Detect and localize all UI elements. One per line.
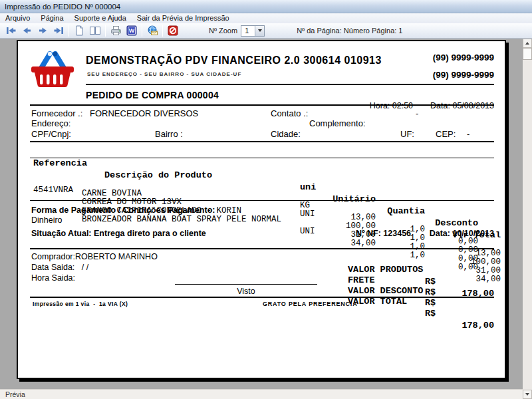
zoom-label: Nº Zoom: [209, 27, 237, 35]
status-text: Prévia: [5, 390, 25, 398]
cell-quantia: 1,0: [410, 242, 425, 251]
next-page-button[interactable]: [35, 24, 51, 37]
status-bar: Prévia: [0, 389, 523, 399]
last-page-button[interactable]: [51, 24, 66, 37]
previous-page-icon: [21, 26, 33, 35]
close-preview-button[interactable]: [165, 24, 181, 37]
toolbar: W Nº Zoom 1 Nº da Página: Número Página:…: [0, 23, 532, 39]
divider: [86, 84, 494, 85]
arrow-up-icon: [525, 42, 529, 45]
divider: [30, 200, 494, 201]
divider: [30, 104, 494, 106]
window-title: Impressão do PEDIDO Nº 000004: [5, 3, 120, 11]
two-pages-view-button[interactable]: [87, 24, 103, 37]
export-word-button[interactable]: W: [124, 24, 140, 37]
app-window: { "window": { "title": "Impressão do PED…: [0, 0, 532, 399]
col-desconto: Desconto: [435, 218, 478, 228]
divider: [30, 297, 494, 298]
divider: [30, 248, 494, 249]
vertical-scrollbar[interactable]: [523, 39, 532, 399]
toolbar-separator: [68, 25, 69, 37]
single-page-view-button[interactable]: [71, 24, 87, 37]
last-page-icon: [53, 26, 65, 35]
divider: [30, 158, 494, 158]
document-page: DEMONSTRAÇÃO PDV FINANCEIRO 2.0 300614 0…: [17, 40, 506, 379]
order-title: PEDIDO DE COMPRA 000004: [86, 90, 219, 100]
toolbar-separator: [105, 25, 106, 37]
cell-uni: UNI: [300, 227, 315, 236]
bairro-label: Bairro :: [155, 129, 183, 139]
send-email-button[interactable]: [144, 24, 160, 37]
cell-quantia: 1,0: [410, 225, 425, 234]
chevron-down-icon: [258, 29, 262, 32]
single-page-icon: [74, 25, 84, 36]
divider: [30, 141, 494, 142]
zoom-value: 1: [241, 27, 255, 35]
toolbar-separator: [162, 25, 163, 37]
basket-logo-icon: [29, 48, 76, 89]
total-row: VALOR PRODUTOS R$ 178,00: [18, 253, 505, 262]
scrollbar-thumb[interactable]: [523, 48, 532, 60]
visto-label: Visto: [175, 287, 317, 296]
contato-label: Contato .:: [271, 108, 308, 118]
table-row: CARNE BOVINA KG 13,00 1,0 0,00 13,00: [18, 165, 505, 174]
thanks-note: GRATO PELA PREFERENCIA: [263, 301, 357, 307]
endereco-label: Endereço:: [31, 118, 70, 128]
table-header: Referencia Descrição do Produto uni Unit…: [18, 146, 505, 156]
company-phone-1: (99) 9999-9999: [433, 53, 494, 63]
send-email-icon: [146, 25, 158, 36]
cell-uni: UNI: [300, 209, 315, 219]
cep-value: -: [467, 129, 469, 139]
currency-symbol: R$: [425, 298, 436, 308]
menu-arquivo[interactable]: Arquivo: [0, 13, 35, 23]
table-row: FRANGO CAIPIRA CONGELADO - KORIN 31,00 1…: [18, 182, 505, 191]
menu-bar: Arquivo Página Suporte e Ajuda Sair da P…: [0, 13, 532, 23]
company-title: DEMONSTRAÇÃO PDV FINANCEIRO 2.0 300614 0…: [86, 55, 382, 66]
situacao-atual: Situação Atual: Entrega direto para o cl…: [31, 229, 206, 238]
cell-descricao: BRONZEADOR BANANA BOAT SPRAY PELE NORMAL: [82, 215, 281, 224]
order-datetime: Hora: 02:50Data: 05/08/2013: [356, 92, 494, 120]
cell-uni: KG: [300, 201, 310, 210]
nf-date: Data: 10/10/2013: [430, 229, 494, 238]
arrow-down-icon: [525, 393, 529, 396]
print-icon: [110, 25, 122, 36]
cidade-label: Cidade:: [271, 129, 301, 139]
total-row: FRETE R$: [18, 263, 505, 273]
first-page-icon: [5, 26, 17, 35]
contato-value: -: [416, 108, 418, 118]
company-address: SEU ENDEREÇO - SEU BAIRRO - SUA CIDADE-U…: [87, 71, 241, 77]
order-date: Data: 05/08/2013: [430, 101, 494, 110]
zoom-dropdown-button[interactable]: [255, 26, 264, 36]
table-row: 4541VNRA CORREA DO MOTOR 13VX UNI 100,00…: [18, 174, 505, 182]
scroll-up-button[interactable]: [523, 39, 532, 48]
first-page-button[interactable]: [3, 24, 19, 37]
zoom-select[interactable]: 1: [241, 25, 265, 37]
window-titlebar[interactable]: Impressão do PEDIDO Nº 000004: [0, 0, 532, 13]
fornecedor-label: Fornecedor .:: [31, 108, 82, 118]
toolbar-separator: [142, 25, 142, 37]
complemento-label: Complemento:: [309, 118, 366, 128]
print-button[interactable]: [108, 24, 124, 37]
cell-unitario: 34,00: [350, 239, 376, 248]
uf-label: UF:: [400, 129, 414, 139]
close-preview-icon: [168, 25, 178, 36]
payment-value: Dinheiro: [31, 215, 63, 225]
menu-sair-previa[interactable]: Sair da Prévia de Impressão: [132, 13, 235, 23]
total-value: 178,00: [462, 321, 494, 331]
svg-text:W: W: [129, 27, 135, 34]
fornecedor-value: FORNECEDOR DIVERSOS: [90, 108, 198, 118]
preview-workspace: DEMONSTRAÇÃO PDV FINANCEIRO 2.0 300614 0…: [0, 39, 532, 389]
payment-label: Forma de Pagamento / Condições Pagamento…: [31, 205, 215, 215]
scroll-down-button[interactable]: [523, 390, 532, 399]
order-time: Hora: 02:50: [370, 101, 413, 110]
signature-line: [175, 275, 317, 285]
cpf-cnpj-label: CPF/Cnpj:: [31, 129, 71, 139]
previous-page-button[interactable]: [19, 24, 35, 37]
menu-pagina[interactable]: Página: [35, 13, 68, 23]
cep-label: CEP:: [436, 129, 456, 139]
col-quantia: Quantia: [387, 206, 425, 216]
export-word-icon: W: [126, 25, 137, 36]
table-row: BRONZEADOR BANANA BOAT SPRAY PELE NORMAL…: [18, 191, 505, 200]
menu-suporte-ajuda[interactable]: Suporte e Ajuda: [69, 13, 132, 23]
cell-desconto: 0,00: [458, 237, 478, 246]
